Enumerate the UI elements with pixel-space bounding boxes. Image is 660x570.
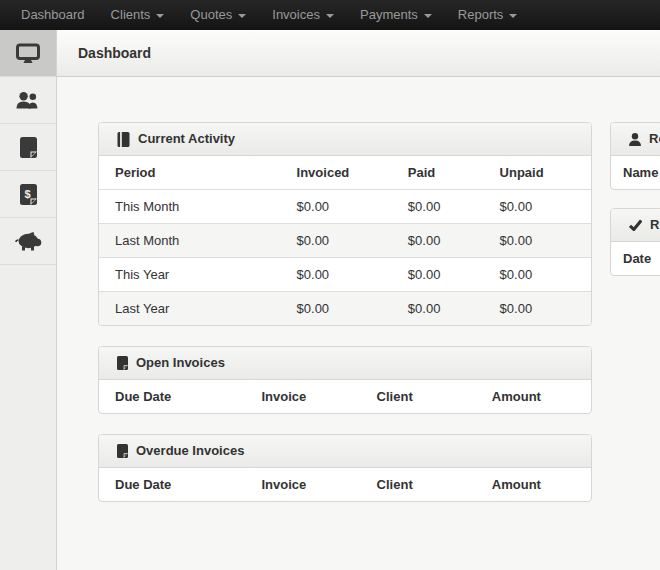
svg-text:$: $ xyxy=(24,187,30,199)
unpaid-cell: $0.00 xyxy=(484,258,591,292)
column-header: Paid xyxy=(392,156,484,190)
column-header: Invoiced xyxy=(281,156,392,190)
column-header: Date xyxy=(611,242,660,275)
check-icon xyxy=(629,219,642,231)
overdue-invoices-header: Overdue Invoices xyxy=(99,435,591,468)
paid-cell: $0.00 xyxy=(392,292,484,326)
sidebar-item-invoices[interactable]: $ xyxy=(0,171,56,218)
table-row: This Month $0.00 $0.00 $0.00 xyxy=(99,190,591,224)
caret-down-icon xyxy=(326,14,334,18)
unpaid-cell: $0.00 xyxy=(484,224,591,258)
panel-title: Recent Payments xyxy=(650,217,660,233)
table-header-row: Due Date Invoice Client Amount xyxy=(99,468,591,501)
column-header: Due Date xyxy=(99,380,245,413)
table-header-row: Due Date Invoice Client Amount xyxy=(99,380,591,413)
panel-title: Open Invoices xyxy=(136,355,225,371)
recent-clients-table: Name xyxy=(611,156,660,189)
nav-item-payments[interactable]: Payments xyxy=(347,0,445,30)
open-invoices-header: Open Invoices xyxy=(99,347,591,380)
current-activity-panel: Current Activity Period Invoiced Paid Un… xyxy=(98,122,592,326)
users-icon xyxy=(15,92,41,109)
column-header: Name xyxy=(611,156,660,189)
overdue-invoices-panel: Overdue Invoices Due Date Invoice Client… xyxy=(98,434,592,502)
column-header: Amount xyxy=(476,468,591,501)
panel-title: Current Activity xyxy=(138,131,235,147)
nav-label: Reports xyxy=(458,7,504,22)
top-navbar: Dashboard Clients Quotes Invoices Paymen… xyxy=(0,0,660,30)
dashboard-content: Current Activity Period Invoiced Paid Un… xyxy=(57,77,660,570)
paid-cell: $0.00 xyxy=(392,190,484,224)
nav-label: Invoices xyxy=(272,7,320,22)
invoiced-cell: $0.00 xyxy=(281,224,392,258)
nav-label: Payments xyxy=(360,7,418,22)
period-cell: Last Month xyxy=(99,224,281,258)
table-header-row: Date xyxy=(611,242,660,275)
book-icon xyxy=(117,132,130,147)
invoiced-cell: $0.00 xyxy=(281,258,392,292)
invoiced-cell: $0.00 xyxy=(281,292,392,326)
page-header: Dashboard xyxy=(57,30,660,77)
quote-page-icon xyxy=(20,137,37,158)
period-cell: This Month xyxy=(99,190,281,224)
table-row: Last Year $0.00 $0.00 $0.00 xyxy=(99,292,591,326)
period-cell: This Year xyxy=(99,258,281,292)
open-invoices-table: Due Date Invoice Client Amount xyxy=(99,380,591,413)
current-activity-table: Period Invoiced Paid Unpaid This Month $… xyxy=(99,156,591,325)
table-row: This Year $0.00 $0.00 $0.00 xyxy=(99,258,591,292)
nav-item-dashboard[interactable]: Dashboard xyxy=(8,0,98,30)
panel-title: Recent Clients xyxy=(649,131,660,147)
sidebar-item-clients[interactable] xyxy=(0,77,56,124)
nav-item-invoices[interactable]: Invoices xyxy=(259,0,347,30)
column-header: Period xyxy=(99,156,281,190)
invoice-dollar-icon: $ xyxy=(20,184,37,205)
invoiced-cell: $0.00 xyxy=(281,190,392,224)
nav-menu: Dashboard Clients Quotes Invoices Paymen… xyxy=(0,0,660,30)
icon-sidebar: $ xyxy=(0,30,57,570)
left-column: Current Activity Period Invoiced Paid Un… xyxy=(98,122,592,522)
nav-item-quotes[interactable]: Quotes xyxy=(177,0,259,30)
nav-item-reports[interactable]: Reports xyxy=(445,0,531,30)
recent-clients-panel: Recent Clients Name xyxy=(610,122,660,190)
open-invoices-panel: Open Invoices Due Date Invoice Client Am… xyxy=(98,346,592,414)
nav-label: Dashboard xyxy=(21,7,85,22)
unpaid-cell: $0.00 xyxy=(484,190,591,224)
column-header: Unpaid xyxy=(484,156,591,190)
column-header: Invoice xyxy=(245,380,360,413)
current-activity-header: Current Activity xyxy=(99,123,591,156)
recent-payments-header: Recent Payments xyxy=(611,209,660,242)
nav-label: Clients xyxy=(111,7,151,22)
desktop-icon xyxy=(15,43,41,64)
column-header: Amount xyxy=(476,380,591,413)
recent-clients-header: Recent Clients xyxy=(611,123,660,156)
panel-title: Overdue Invoices xyxy=(136,443,244,459)
column-header: Due Date xyxy=(99,468,245,501)
file-icon xyxy=(117,444,128,458)
caret-down-icon xyxy=(156,14,164,18)
table-header-row: Period Invoiced Paid Unpaid xyxy=(99,156,591,190)
sidebar-item-quotes[interactable] xyxy=(0,124,56,171)
caret-down-icon xyxy=(238,14,246,18)
table-header-row: Name xyxy=(611,156,660,189)
recent-payments-table: Date xyxy=(611,242,660,275)
user-icon xyxy=(629,133,641,146)
file-icon xyxy=(117,356,128,370)
table-row: Last Month $0.00 $0.00 $0.00 xyxy=(99,224,591,258)
caret-down-icon xyxy=(424,14,432,18)
sidebar-item-payments[interactable] xyxy=(0,218,56,265)
recent-payments-panel: Recent Payments Date xyxy=(610,208,660,276)
unpaid-cell: $0.00 xyxy=(484,292,591,326)
piggy-bank-icon xyxy=(15,232,42,251)
caret-down-icon xyxy=(509,14,517,18)
overdue-invoices-table: Due Date Invoice Client Amount xyxy=(99,468,591,501)
nav-item-clients[interactable]: Clients xyxy=(98,0,178,30)
paid-cell: $0.00 xyxy=(392,258,484,292)
nav-label: Quotes xyxy=(190,7,232,22)
column-header: Invoice xyxy=(245,468,360,501)
paid-cell: $0.00 xyxy=(392,224,484,258)
main-area: Dashboard Current Activity Period xyxy=(57,30,660,570)
period-cell: Last Year xyxy=(99,292,281,326)
right-column: Recent Clients Name xyxy=(610,122,660,294)
column-header: Client xyxy=(361,380,476,413)
sidebar-item-dashboard[interactable] xyxy=(0,30,56,77)
page-title: Dashboard xyxy=(78,45,151,61)
